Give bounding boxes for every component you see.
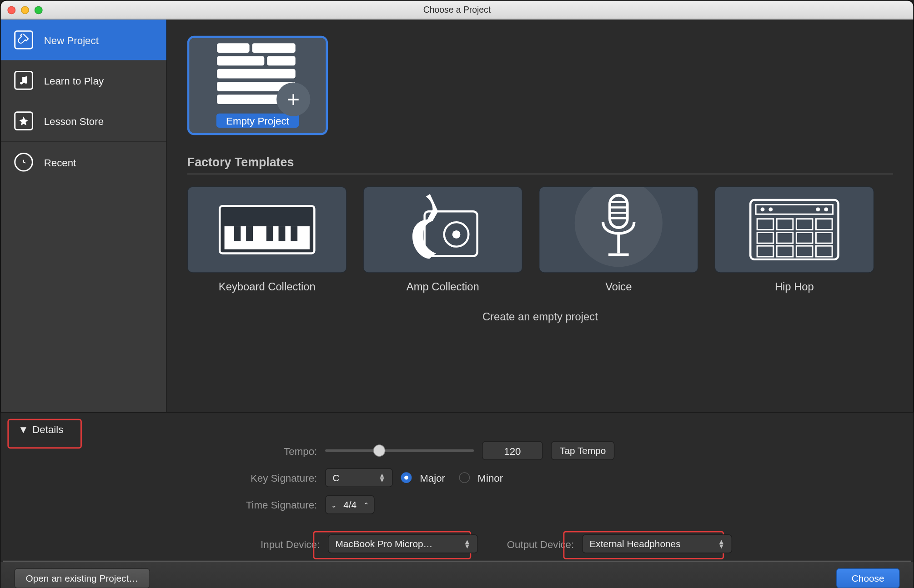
window-titlebar: Choose a Project (0, 0, 913, 20)
template-hip-hop[interactable]: Hip Hop (714, 186, 874, 293)
guitar-icon (14, 30, 33, 50)
sidebar: New Project Learn to Play Lesson Store (0, 20, 167, 412)
svg-point-11 (452, 230, 461, 239)
time-signature-stepper[interactable]: ⌄ 4/4 ⌃ (325, 495, 375, 514)
output-device-select[interactable]: External Headphones ▲▼ (582, 534, 732, 553)
mic-icon (539, 186, 698, 273)
svg-point-0 (20, 82, 23, 85)
chevron-updown-icon: ▲▼ (379, 473, 386, 483)
factory-templates-heading: Factory Templates (187, 155, 893, 174)
template-amp-collection[interactable]: Amp Collection (363, 186, 522, 293)
svg-rect-6 (266, 226, 273, 241)
time-signature-label: Time Signature: (216, 499, 317, 510)
svg-rect-27 (796, 219, 813, 230)
sidebar-item-learn-to-play[interactable]: Learn to Play (0, 60, 166, 100)
template-label: Empty Project (216, 114, 298, 128)
svg-point-22 (768, 207, 773, 211)
chevron-up-icon[interactable]: ⌃ (363, 501, 369, 508)
svg-rect-31 (796, 232, 813, 243)
template-label: Amp Collection (407, 281, 479, 293)
svg-point-21 (761, 207, 765, 211)
sidebar-item-label: Recent (44, 156, 76, 168)
amp-icon (363, 186, 522, 273)
svg-point-24 (824, 207, 828, 211)
details-panel: ▼ Details Tempo: 120 Tap Tempo Key Signa… (0, 412, 913, 561)
input-device-label: Input Device: (216, 538, 320, 549)
minor-radio[interactable] (459, 472, 470, 483)
star-icon (14, 111, 33, 130)
window-title: Choose a Project (0, 5, 913, 15)
major-radio[interactable] (401, 472, 412, 483)
sidebar-item-lesson-store[interactable]: Lesson Store (0, 101, 166, 142)
svg-rect-34 (777, 246, 793, 257)
chevron-down-icon[interactable]: ⌄ (331, 501, 336, 508)
svg-rect-8 (291, 226, 297, 241)
output-device-label: Output Device: (486, 538, 574, 549)
template-label: Voice (605, 281, 632, 293)
template-empty-project[interactable]: + Empty Project (187, 36, 328, 135)
input-device-select[interactable]: MacBook Pro Microp… ▲▼ (328, 534, 478, 553)
chevron-updown-icon: ▲▼ (718, 539, 725, 548)
svg-rect-30 (777, 232, 793, 243)
tap-tempo-button[interactable]: Tap Tempo (551, 441, 615, 460)
tempo-value-field[interactable]: 120 (482, 441, 543, 460)
tempo-slider[interactable] (325, 449, 474, 452)
details-label: Details (32, 424, 63, 435)
svg-rect-36 (816, 246, 832, 257)
key-signature-select[interactable]: C ▲▼ (325, 468, 393, 487)
svg-rect-7 (279, 226, 286, 241)
details-disclosure[interactable]: ▼ Details (13, 421, 69, 438)
choose-button[interactable]: Choose (836, 568, 900, 588)
sidebar-item-label: Learn to Play (44, 75, 104, 86)
svg-rect-4 (234, 226, 241, 241)
svg-rect-29 (757, 232, 773, 243)
keyboard-icon (187, 186, 347, 273)
sidebar-item-label: New Project (44, 34, 99, 45)
svg-rect-35 (796, 246, 813, 257)
svg-rect-26 (777, 219, 793, 230)
svg-rect-32 (816, 232, 832, 243)
template-keyboard-collection[interactable]: Keyboard Collection (187, 186, 347, 293)
major-label: Major (420, 472, 445, 483)
sidebar-item-label: Lesson Store (44, 115, 104, 126)
main-content: + Empty Project Factory Templates Keyboa… (167, 20, 913, 412)
note-icon (14, 71, 33, 90)
svg-rect-5 (246, 226, 253, 241)
drumpad-icon (714, 186, 874, 273)
empty-project-icon: + (217, 43, 298, 104)
template-label: Hip Hop (775, 281, 814, 293)
plus-icon: + (276, 82, 310, 116)
chevron-updown-icon: ▲▼ (464, 539, 471, 548)
svg-point-1 (25, 81, 27, 84)
sidebar-item-recent[interactable]: Recent (0, 142, 166, 182)
svg-rect-25 (757, 219, 773, 230)
project-description: Create an empty project (187, 311, 893, 323)
clock-icon (14, 153, 33, 172)
svg-point-23 (816, 207, 820, 211)
tempo-label: Tempo: (216, 445, 317, 456)
chevron-down-icon: ▼ (18, 424, 28, 435)
svg-rect-12 (610, 195, 628, 228)
sidebar-item-new-project[interactable]: New Project (0, 20, 166, 60)
open-existing-project-button[interactable]: Open an existing Project… (14, 568, 150, 588)
key-signature-label: Key Signature: (216, 472, 317, 483)
svg-rect-20 (756, 204, 833, 214)
template-label: Keyboard Collection (219, 281, 316, 293)
minor-label: Minor (477, 472, 503, 483)
dialog-footer: Open an existing Project… Choose (0, 561, 913, 588)
template-voice[interactable]: Voice (539, 186, 698, 293)
svg-rect-28 (816, 219, 832, 230)
svg-rect-33 (757, 246, 773, 257)
